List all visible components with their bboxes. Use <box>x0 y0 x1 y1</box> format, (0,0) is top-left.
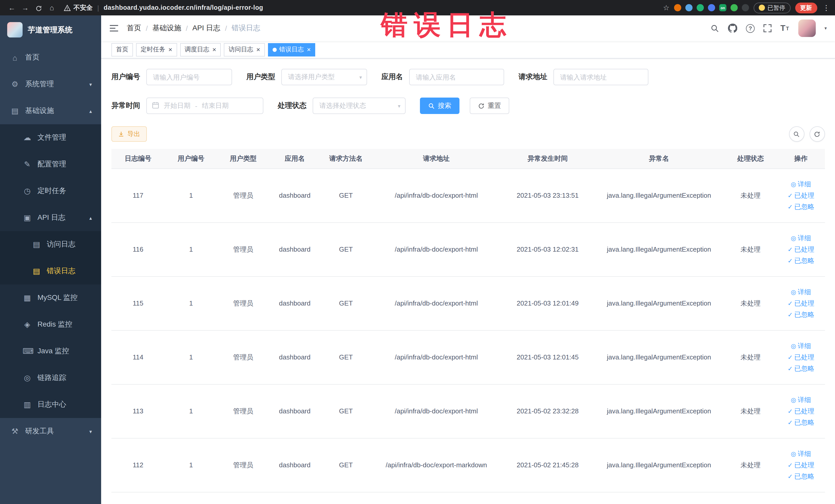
chevron-down-icon: ▾ <box>89 81 92 87</box>
sidebar-item-label: Redis 监控 <box>38 320 72 329</box>
forward-icon[interactable]: → <box>19 4 32 12</box>
tab-scheduled-tasks[interactable]: 定时任务× <box>136 43 177 56</box>
app-name-input[interactable] <box>409 69 504 85</box>
sidebar-item-home[interactable]: ⌂首页 <box>0 44 101 71</box>
action-detail-link[interactable]: ◎详细 <box>780 178 822 190</box>
action-processed-link[interactable]: ✓已处理 <box>780 405 822 417</box>
sidebar-item-dev-tools[interactable]: ⚒研发工具▾ <box>0 418 101 445</box>
sidebar-item-api-log[interactable]: ▣API 日志▴ <box>0 204 101 231</box>
breadcrumb-item[interactable]: 首页 <box>127 24 141 33</box>
action-processed-link[interactable]: ✓已处理 <box>780 298 822 309</box>
action-ignored-link[interactable]: ✓已忽略 <box>780 201 822 212</box>
sidebar-item-config-management[interactable]: ✎配置管理 <box>0 151 101 178</box>
refresh-table-button[interactable] <box>809 126 825 142</box>
export-button[interactable]: 导出 <box>111 126 147 142</box>
action-detail-link[interactable]: ◎详细 <box>780 340 822 351</box>
user-avatar[interactable] <box>798 20 816 37</box>
action-ignored-link[interactable]: ✓已忽略 <box>780 471 822 482</box>
github-icon[interactable] <box>728 24 737 33</box>
back-icon[interactable]: ← <box>5 4 19 12</box>
bookmark-star-icon[interactable]: ☆ <box>663 4 669 12</box>
search-icon[interactable] <box>711 24 719 33</box>
action-processed-link[interactable]: ✓已处理 <box>780 244 822 255</box>
sidebar-item-java-monitor[interactable]: ⌨Java 监控 <box>0 338 101 365</box>
action-processed-link[interactable]: ✓已处理 <box>780 190 822 201</box>
cell-user_type: 管理员 <box>218 330 269 384</box>
action-detail-link[interactable]: ◎详细 <box>780 448 822 459</box>
browser-actions: ☆ on 已暂停 更新 ⋮ <box>663 2 830 13</box>
cell-user_id: 1 <box>165 330 218 384</box>
reset-button[interactable]: 重置 <box>470 98 509 114</box>
breadcrumb: 首页/基础设施/API 日志/错误日志 <box>127 24 260 33</box>
breadcrumb-item[interactable]: 基础设施 <box>152 24 181 33</box>
tab-access-log[interactable]: 访问日志× <box>224 43 265 56</box>
search-button[interactable]: 搜索 <box>420 98 460 114</box>
browser-menu-icon[interactable]: ⋮ <box>823 4 830 12</box>
extension-green-leaf-icon[interactable] <box>731 4 738 11</box>
action-detail-link[interactable]: ◎详细 <box>780 394 822 405</box>
toggle-search-button[interactable] <box>789 126 804 142</box>
security-label[interactable]: 不安全 <box>74 3 93 12</box>
action-label: 已忽略 <box>794 257 814 264</box>
column-header-time: 异常发生时间 <box>501 149 594 168</box>
tab-close-icon[interactable]: × <box>212 46 216 53</box>
reload-icon[interactable] <box>32 4 45 12</box>
chevron-down-icon: ▾ <box>359 74 362 80</box>
extension-blue-icon[interactable] <box>685 4 693 11</box>
font-size-icon[interactable]: TT <box>780 24 790 33</box>
extension-green-circle-icon[interactable] <box>697 4 704 11</box>
avatar-caret-icon[interactable]: ▾ <box>824 26 827 31</box>
cell-status: 未处理 <box>724 438 777 492</box>
tab-close-icon[interactable]: × <box>168 46 172 53</box>
sidebar-item-system-management[interactable]: ⚙系统管理▾ <box>0 71 101 98</box>
tab-close-icon[interactable]: × <box>307 46 311 53</box>
fullscreen-icon[interactable] <box>763 24 772 32</box>
browser-home-icon[interactable]: ⌂ <box>45 4 59 12</box>
sidebar-item-log-center[interactable]: ▥日志中心 <box>0 391 101 418</box>
tab-schedule-log[interactable]: 调度日志× <box>180 43 221 56</box>
url-text[interactable]: dashboard.yudao.iocoder.cn/infra/log/api… <box>104 4 263 11</box>
sidebar-item-access-log[interactable]: ▤访问日志 <box>0 231 101 258</box>
tab-close-icon[interactable]: × <box>256 46 260 53</box>
action-detail-link[interactable]: ◎详细 <box>780 233 822 244</box>
sidebar-item-label: Java 监控 <box>38 347 69 356</box>
security-warning-icon <box>64 4 71 11</box>
action-processed-link[interactable]: ✓已处理 <box>780 459 822 471</box>
extension-on-toggle-icon[interactable]: on <box>719 4 727 11</box>
browser-update-button[interactable]: 更新 <box>795 2 817 13</box>
sidebar-item-infrastructure[interactable]: ▤基础设施▴ <box>0 98 101 124</box>
check-icon: ✓ <box>788 203 793 210</box>
user-id-input[interactable] <box>146 69 232 85</box>
sidebar-item-file-management[interactable]: ☁文件管理 <box>0 124 101 151</box>
tab-error-log[interactable]: 错误日志× <box>268 43 315 56</box>
extension-blue-grid-icon[interactable] <box>708 4 715 11</box>
sidebar-item-scheduled-tasks[interactable]: ◷定时任务 <box>0 178 101 204</box>
sidebar-item-error-log[interactable]: ▤错误日志 <box>0 258 101 284</box>
paused-extension-pill[interactable]: 已暂停 <box>754 2 790 13</box>
action-ignored-link[interactable]: ✓已忽略 <box>780 255 822 266</box>
cell-method: GET <box>320 438 371 492</box>
cell-method: GET <box>320 384 371 438</box>
hamburger-icon[interactable] <box>109 24 119 32</box>
user-type-select[interactable]: 请选择用户类型 ▾ <box>281 69 367 85</box>
app-logo[interactable]: 芋道管理系统 <box>0 15 101 44</box>
sidebar-item-redis-monitor[interactable]: ◈Redis 监控 <box>0 311 101 338</box>
extension-orange-icon[interactable] <box>674 4 681 11</box>
sidebar-item-mysql-monitor[interactable]: ▦MySQL 监控 <box>0 284 101 311</box>
action-ignored-link[interactable]: ✓已忽略 <box>780 309 822 320</box>
help-icon[interactable]: ? <box>746 24 755 33</box>
request-url-input[interactable] <box>553 69 648 85</box>
sidebar-item-trace[interactable]: ◎链路追踪 <box>0 365 101 391</box>
action-processed-link[interactable]: ✓已处理 <box>780 351 822 363</box>
extension-dark-icon[interactable] <box>742 4 749 11</box>
exception-time-range[interactable]: 开始日期 - 结束日期 <box>146 98 263 114</box>
action-detail-link[interactable]: ◎详细 <box>780 286 822 298</box>
column-header-app_name: 应用名 <box>269 149 320 168</box>
action-ignored-link[interactable]: ✓已忽略 <box>780 417 822 428</box>
cell-user_type: 管理员 <box>218 276 269 330</box>
breadcrumb-item[interactable]: API 日志 <box>192 24 221 33</box>
process-status-select[interactable]: 请选择处理状态 ▾ <box>313 98 406 114</box>
action-ignored-link[interactable]: ✓已忽略 <box>780 363 822 374</box>
cell-actions: ◎详细✓已处理✓已忽略 <box>777 330 825 384</box>
tab-home[interactable]: 首页 <box>111 43 133 56</box>
